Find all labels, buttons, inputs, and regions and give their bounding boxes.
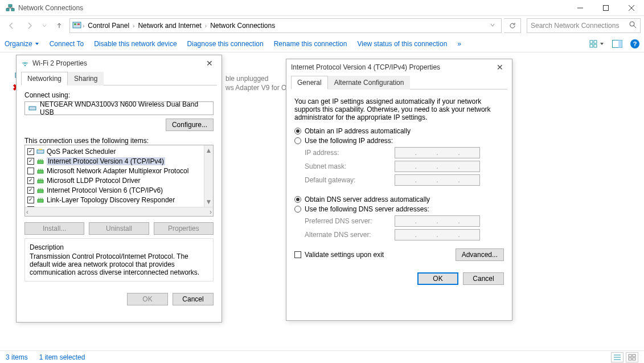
svg-rect-1 [11,9,14,11]
chevron-right-icon[interactable]: › [83,23,84,29]
chevron-right-icon[interactable]: › [133,23,134,29]
list-item-label: QoS Packet Scheduler [47,148,116,156]
radio-ip-manual[interactable]: Use the following IP address: [294,137,504,145]
checkbox-icon[interactable]: ✓ [27,177,34,184]
gateway-label: Default gateway: [305,176,390,184]
connect-to-button[interactable]: Connect To [50,40,84,48]
ok-button[interactable]: OK [417,272,458,285]
checkbox-icon[interactable] [27,168,34,174]
tab-general[interactable]: General [291,76,328,89]
help-button[interactable]: ? [630,39,639,48]
close-button[interactable]: ✕ [493,61,507,74]
advanced-button[interactable]: Advanced... [456,248,504,261]
close-button[interactable] [618,0,644,15]
adapter-name: NETGEAR WNDA3100v3 N600 Wireless Dual Ba… [40,100,210,116]
forward-button[interactable] [22,18,38,33]
list-item-label: Internet Protocol Version 4 (TCP/IPv4) [47,157,165,165]
tab-alternate-config[interactable]: Alternate Configuration [328,76,411,89]
connect-using-label: Connect using: [24,91,214,99]
svg-rect-20 [29,107,36,110]
recent-dropdown[interactable] [40,18,49,33]
svg-rect-13 [618,40,622,47]
radio-ip-auto[interactable]: Obtain an IP address automatically [294,127,504,135]
toolbar-overflow[interactable]: » [457,40,461,48]
alternate-dns-input: ... [395,229,480,240]
radio-dns-manual[interactable]: Use the following DNS server addresses: [294,205,504,213]
svg-rect-24 [38,170,43,173]
list-item[interactable]: Microsoft Network Adapter Multiplexor Pr… [26,166,212,176]
items-listbox[interactable]: ✓QoS Packet Scheduler✓Internet Protocol … [24,145,214,217]
crumb-item[interactable]: Network and Internet [136,22,203,30]
list-item[interactable]: ✓Internet Protocol Version 6 (TCP/IPv6) [26,185,212,195]
address-bar[interactable]: › Control Panel › Network and Internet ›… [69,18,502,33]
list-item-label: Microsoft LLDP Protocol Driver [47,177,141,185]
dialog-title: Internet Protocol Version 4 (TCP/IPv4) P… [291,63,440,71]
tab-row: Networking Sharing [21,71,217,85]
crumb-item[interactable]: Control Panel [85,22,132,30]
svg-rect-15 [629,354,631,357]
back-button[interactable] [3,18,19,33]
svg-point-7 [630,22,634,26]
svg-point-19 [24,64,26,66]
list-item-label: Internet Protocol Version 6 (TCP/IPv6) [47,186,163,194]
svg-rect-10 [590,44,593,47]
subnet-mask-input: ... [395,161,480,172]
cancel-button[interactable]: Cancel [173,293,214,305]
properties-button[interactable]: Properties [154,222,214,235]
disable-device-button[interactable]: Disable this network device [94,40,177,48]
view-status-button[interactable]: View status of this connection [357,40,447,48]
items-label: This connection uses the following items… [24,137,214,145]
list-item[interactable]: ✓Link-Layer Topology Discovery Responder [26,195,212,205]
checkbox-icon[interactable]: ✓ [27,148,34,155]
list-item[interactable]: ✓QoS Packet Scheduler [26,146,212,156]
view-mode-button[interactable] [589,38,604,50]
refresh-button[interactable] [504,18,521,33]
protocol-icon [36,158,44,165]
checkbox-icon[interactable]: ✓ [27,158,34,165]
minimize-button[interactable] [567,0,593,15]
close-button[interactable]: ✕ [202,57,217,70]
list-item[interactable]: ✓Microsoft LLDP Protocol Driver [26,176,212,185]
search-icon [629,21,637,30]
adapter-field[interactable]: NETGEAR WNDA3100v3 N600 Wireless Dual Ba… [24,101,214,115]
rename-button[interactable]: Rename this connection [274,40,347,48]
scrollbar-vertical[interactable]: ▲▼ [204,145,213,207]
bg-text: ble unplugged ws Adapter V9 for Op [225,74,290,92]
radio-icon [294,128,301,134]
svg-rect-23 [38,161,43,164]
details-view-button[interactable] [611,352,624,362]
chevron-right-icon[interactable]: › [205,23,207,29]
wifi-properties-dialog: Wi-Fi 2 Properties ✕ Networking Sharing … [16,55,222,323]
radio-dns-auto[interactable]: Obtain DNS server address automatically [294,195,504,203]
checkbox-icon[interactable]: ✓ [27,187,34,194]
list-item[interactable]: ✓Internet Protocol Version 4 (TCP/IPv4) [26,156,212,166]
ip-address-label: IP address: [305,149,390,157]
svg-rect-27 [38,199,43,202]
diagnose-button[interactable]: Diagnose this connection [187,40,264,48]
up-button[interactable] [51,18,67,33]
wifi-icon [21,59,29,68]
configure-button[interactable]: Configure... [166,119,214,131]
panel-icon [72,21,81,31]
preview-pane-button[interactable] [610,38,625,50]
tab-sharing[interactable]: Sharing [68,72,104,85]
maximize-button[interactable] [593,0,618,15]
checkbox-icon[interactable]: ✓ [27,197,34,203]
radio-icon [294,206,301,213]
protocol-icon [36,197,44,203]
scrollbar-horizontal[interactable]: ‹› [25,207,213,216]
cancel-button[interactable]: Cancel [463,272,504,285]
crumb-item[interactable]: Network Connections [208,22,277,30]
search-input[interactable]: Search Network Connections [527,18,641,33]
protocol-icon [36,187,44,194]
uninstall-button[interactable]: Uninstall [89,222,149,235]
svg-rect-26 [38,190,43,193]
install-button[interactable]: Install... [24,222,84,235]
tab-networking[interactable]: Networking [21,72,68,85]
ok-button[interactable]: OK [127,293,168,305]
organize-menu[interactable]: Organize [5,40,39,48]
address-dropdown[interactable] [486,22,499,30]
tab-row: General Alternate Configuration [291,75,507,89]
large-icons-view-button[interactable] [626,352,638,362]
validate-checkbox[interactable]: Validate settings upon exit [294,251,384,259]
